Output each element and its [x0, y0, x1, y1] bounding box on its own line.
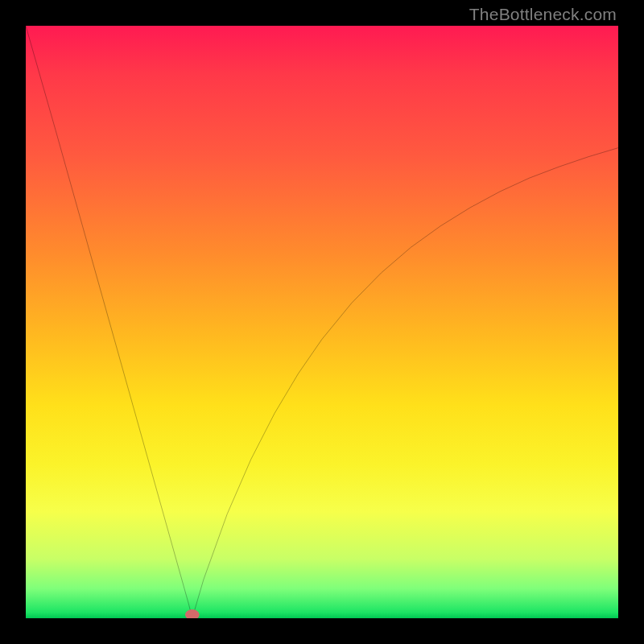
plot-area [26, 26, 618, 618]
watermark-text: TheBottleneck.com [469, 5, 617, 24]
curve-layer [26, 26, 618, 618]
curve-right-branch [192, 148, 618, 618]
curve-left-branch [26, 26, 192, 618]
chart-container: TheBottleneck.com [0, 0, 644, 644]
vertex-marker [185, 609, 200, 618]
